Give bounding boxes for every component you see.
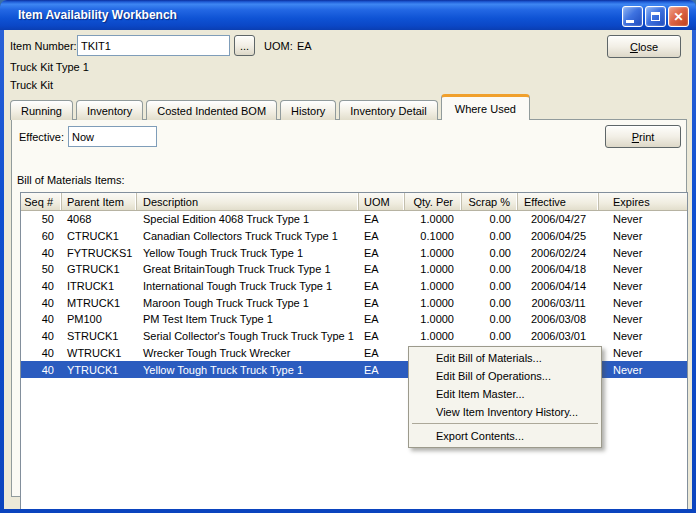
cell-scrap-pct: 0.00 <box>462 294 518 311</box>
table-row[interactable]: 40 PM100 PM Test Item Truck Type 1 EA 1.… <box>21 311 687 328</box>
cell-seq: 50 <box>21 261 62 278</box>
uom-value: EA <box>297 40 312 52</box>
menu-item-edit-bill-of-operations[interactable]: Edit Bill of Operations... <box>409 367 601 385</box>
item-number-label: Item Number: <box>10 40 77 52</box>
cell-scrap-pct: 0.00 <box>462 244 518 261</box>
table-row[interactable]: 40 MTRUCK1 Maroon Tough Truck Truck Type… <box>21 294 687 311</box>
cell-seq: 40 <box>21 244 62 261</box>
table-row[interactable]: 40 FYTRUCKS1 Yellow Tough Truck Truck Ty… <box>21 244 687 261</box>
cell-seq: 40 <box>21 328 62 345</box>
cell-expires: Never <box>599 328 688 345</box>
table-row[interactable]: 40 ITRUCK1 International Tough Truck Tru… <box>21 278 687 295</box>
item-description-line2: Truck Kit <box>10 79 53 91</box>
cell-effective: 2006/03/11 <box>518 294 599 311</box>
close-icon: ✕ <box>673 11 683 23</box>
cell-description: Serial Collector's Tough Truck Truck Typ… <box>137 328 359 345</box>
cell-seq: 40 <box>21 278 62 295</box>
cell-description: Wrecker Tough Truck Wrecker <box>137 345 359 362</box>
context-menu: Edit Bill of Materials... Edit Bill of O… <box>408 346 602 448</box>
effective-input[interactable] <box>68 126 157 147</box>
cell-description: Yellow Tough Truck Truck Type 1 <box>137 361 359 378</box>
cell-scrap-pct: 0.00 <box>462 328 518 345</box>
cell-qty-per: 1.0000 <box>405 311 462 328</box>
cell-seq: 40 <box>21 311 62 328</box>
close-window-button[interactable]: ✕ <box>668 6 689 27</box>
cell-scrap-pct: 0.00 <box>462 278 518 295</box>
cell-parent-item: PM100 <box>62 311 137 328</box>
menu-item-export-contents[interactable]: Export Contents... <box>409 427 601 445</box>
window-title: Item Availability Workbench <box>0 8 177 22</box>
cell-effective: 2006/04/14 <box>518 278 599 295</box>
cell-qty-per: 1.0000 <box>405 278 462 295</box>
effective-label: Effective: <box>19 131 64 143</box>
cell-uom: EA <box>359 328 405 345</box>
cell-description: Great BritainTough Truck Truck Type 1 <box>137 261 359 278</box>
tab-running[interactable]: Running <box>10 100 73 120</box>
tab-costed-indented-bom[interactable]: Costed Indented BOM <box>146 100 277 120</box>
cell-scrap-pct: 0.00 <box>462 228 518 245</box>
cell-parent-item: ITRUCK1 <box>62 278 137 295</box>
table-row[interactable]: 50 GTRUCK1 Great BritainTough Truck Truc… <box>21 261 687 278</box>
column-header-effective[interactable]: Effective <box>518 193 599 210</box>
cell-scrap-pct: 0.00 <box>462 261 518 278</box>
item-description-line1: Truck Kit Type 1 <box>10 61 89 73</box>
item-browse-button[interactable]: ... <box>234 35 255 56</box>
menu-item-edit-item-master[interactable]: Edit Item Master... <box>409 385 601 403</box>
tab-inventory[interactable]: Inventory <box>76 100 143 120</box>
cell-expires: Never <box>599 294 688 311</box>
cell-description: Maroon Tough Truck Truck Type 1 <box>137 294 359 311</box>
menu-separator <box>412 423 598 424</box>
cell-parent-item: STRUCK1 <box>62 328 137 345</box>
column-header-qty-per[interactable]: Qty. Per <box>405 193 462 210</box>
table-row[interactable]: 40 STRUCK1 Serial Collector's Tough Truc… <box>21 328 687 345</box>
cell-description: PM Test Item Truck Type 1 <box>137 311 359 328</box>
cell-qty-per: 1.0000 <box>405 244 462 261</box>
cell-seq: 40 <box>21 294 62 311</box>
menu-item-edit-bill-of-materials[interactable]: Edit Bill of Materials... <box>409 349 601 367</box>
item-number-input[interactable] <box>77 35 230 56</box>
tab-where-used[interactable]: Where Used <box>441 94 530 120</box>
cell-seq: 40 <box>21 361 62 378</box>
cell-expires: Never <box>599 244 688 261</box>
cell-parent-item: MTRUCK1 <box>62 294 137 311</box>
cell-qty-per: 1.0000 <box>405 328 462 345</box>
cell-parent-item: FYTRUCKS1 <box>62 244 137 261</box>
column-header-description[interactable]: Description <box>137 193 359 210</box>
menu-item-view-item-inventory-history[interactable]: View Item Inventory History... <box>409 403 601 421</box>
cell-expires: Never <box>599 211 688 228</box>
maximize-icon <box>651 12 660 21</box>
cell-expires: Never <box>599 278 688 295</box>
minimize-icon <box>626 20 634 23</box>
cell-effective: 2006/04/25 <box>518 228 599 245</box>
tab-history[interactable]: History <box>280 100 336 120</box>
minimize-button[interactable] <box>622 6 643 27</box>
column-header-uom[interactable]: UOM <box>359 193 405 210</box>
uom-label: UOM: <box>264 40 293 52</box>
column-header-expires[interactable]: Expires <box>599 193 688 210</box>
cell-parent-item: 4068 <box>62 211 137 228</box>
cell-uom: EA <box>359 361 405 378</box>
cell-qty-per: 1.0000 <box>405 261 462 278</box>
tab-inventory-detail[interactable]: Inventory Detail <box>339 100 437 120</box>
title-bar[interactable]: Item Availability Workbench ✕ <box>0 0 696 30</box>
print-button[interactable]: Print <box>605 125 681 148</box>
table-row[interactable]: 60 CTRUCK1 Canadian Collectors Truck Tru… <box>21 228 687 245</box>
cell-effective: 2006/04/18 <box>518 261 599 278</box>
cell-uom: EA <box>359 228 405 245</box>
maximize-button[interactable] <box>645 6 666 27</box>
cell-uom: EA <box>359 278 405 295</box>
item-availability-workbench-window: Item Availability Workbench ✕ Item Numbe… <box>0 0 696 513</box>
cell-parent-item: YTRUCK1 <box>62 361 137 378</box>
cell-seq: 40 <box>21 345 62 362</box>
column-header-seq[interactable]: Seq # <box>21 193 62 210</box>
cell-description: Special Edition 4068 Truck Type 1 <box>137 211 359 228</box>
column-header-scrap-pct[interactable]: Scrap % <box>462 193 518 210</box>
titlebar-buttons: ✕ <box>622 6 689 27</box>
cell-scrap-pct: 0.00 <box>462 311 518 328</box>
cell-scrap-pct: 0.00 <box>462 211 518 228</box>
cell-effective: 2006/04/27 <box>518 211 599 228</box>
close-button[interactable]: Close <box>607 35 681 58</box>
table-row[interactable]: 50 4068 Special Edition 4068 Truck Type … <box>21 211 687 228</box>
column-header-parent-item[interactable]: Parent Item <box>62 193 137 210</box>
cell-uom: EA <box>359 261 405 278</box>
